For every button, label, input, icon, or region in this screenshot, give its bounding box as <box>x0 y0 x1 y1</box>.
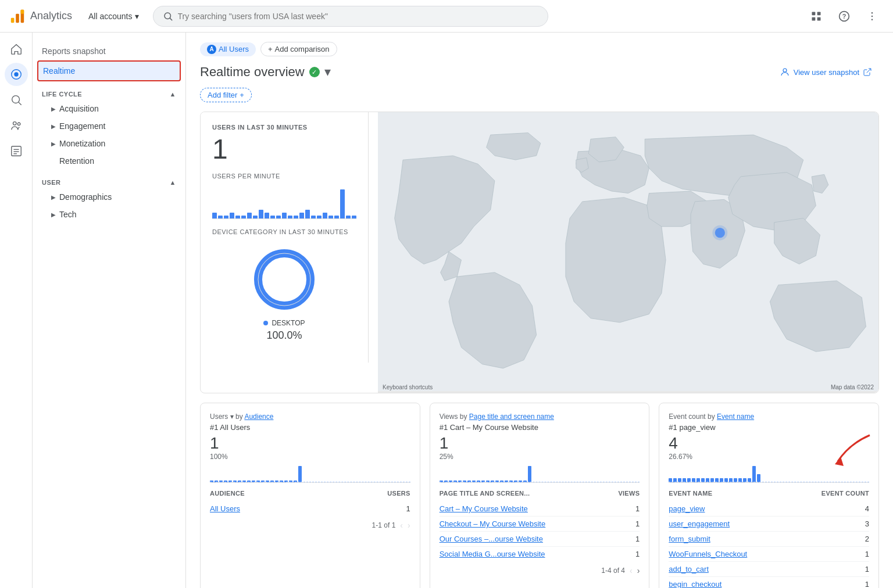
row-col2: 2 <box>865 535 869 543</box>
search-input[interactable] <box>178 12 538 21</box>
layout: Reports snapshot Realtime Life cycle ▲ ▶… <box>0 0 893 588</box>
view-snapshot-button[interactable]: View user snapshot <box>773 63 879 81</box>
card3-by-link[interactable]: Event name <box>717 413 754 421</box>
row-col1[interactable]: begin_checkout <box>669 580 721 588</box>
card2-prev-button[interactable]: ‹ <box>630 566 633 575</box>
svg-point-20 <box>17 123 20 126</box>
svg-rect-1 <box>16 13 19 22</box>
lifecycle-section-header: Life cycle ▲ <box>33 81 185 100</box>
reports-snapshot-link[interactable]: Reports snapshot <box>33 42 185 60</box>
grid-icon-button[interactable] <box>805 5 828 28</box>
sidebar-search-button[interactable] <box>5 88 28 112</box>
mini-bar-item <box>311 216 316 218</box>
table-row: Cart – My Course Website1 <box>440 501 640 517</box>
table-row: add_to_cart1 <box>669 562 869 577</box>
card3-number: 4 <box>669 434 869 453</box>
mini-bar-item <box>340 189 345 218</box>
card1-by-link[interactable]: Audience <box>244 413 273 421</box>
mini-bar-item <box>346 216 351 218</box>
mini-bar-item <box>259 210 263 218</box>
all-users-label: All Users <box>219 45 249 53</box>
mini-bar-item <box>282 213 287 218</box>
row-col1[interactable]: WooFunnels_Checkout <box>669 550 747 558</box>
card1-pagination: 1-1 of 1 ‹ › <box>210 521 410 530</box>
row-col1[interactable]: form_submit <box>669 535 710 543</box>
sidebar-home-button[interactable] <box>5 37 28 60</box>
chevron-down-icon: ▾ <box>135 12 139 21</box>
help-icon: ? <box>838 10 850 22</box>
external-link-icon <box>863 67 872 77</box>
svg-line-5 <box>170 18 172 20</box>
page-header: A All Users + Add comparison <box>200 42 879 56</box>
card2-next-button[interactable]: › <box>637 566 640 575</box>
row-col1[interactable]: All Users <box>210 504 240 513</box>
card2-baseline <box>440 482 640 482</box>
india-user-halo <box>712 225 727 241</box>
search-bar[interactable] <box>153 6 548 27</box>
retention-nav-item[interactable]: Retention <box>33 152 185 170</box>
add-comparison-button[interactable]: + Add comparison <box>260 42 337 56</box>
acquisition-nav-item[interactable]: ▶ Acquisition <box>33 100 185 117</box>
demographics-nav-item[interactable]: ▶ Demographics <box>33 188 185 206</box>
card2-by-link[interactable]: Page title and screen name <box>469 413 554 421</box>
title-dropdown-icon[interactable]: ▾ <box>324 64 331 80</box>
row-col2: 1 <box>865 580 869 588</box>
card2-mini-bar <box>440 465 640 483</box>
mini-bar-item <box>270 216 275 218</box>
sidebar-audience-button[interactable] <box>5 114 28 137</box>
svg-point-13 <box>871 15 873 17</box>
row-col1[interactable]: page_view <box>669 504 705 513</box>
table-row: All Users1 <box>210 501 410 516</box>
mini-bar-item <box>352 216 356 218</box>
user-collapse-icon[interactable]: ▲ <box>170 179 176 186</box>
card1-prev-button[interactable]: ‹ <box>400 521 403 530</box>
more-menu-button[interactable] <box>860 5 884 28</box>
table-row: Our Courses –...ourse Website1 <box>440 532 640 547</box>
row-col1[interactable]: Social Media G...ourse Website <box>440 550 545 558</box>
device-category-label: DEVICE CATEGORY IN LAST 30 MINUTES <box>212 228 356 235</box>
realtime-icon <box>10 68 23 81</box>
card3-table-header: EVENT NAME EVENT COUNT <box>669 487 869 499</box>
card2-table-header: PAGE TITLE AND SCREEN... VIEWS <box>440 487 640 499</box>
card2-number: 1 <box>440 434 640 453</box>
row-col2: 1 <box>635 504 640 513</box>
card1-next-button[interactable]: › <box>408 521 410 530</box>
add-filter-button[interactable]: Add filter + <box>200 88 252 102</box>
row-col1[interactable]: Checkout – My Course Website <box>440 519 546 528</box>
card2-table-body: Cart – My Course Website1Checkout – My C… <box>440 501 640 561</box>
account-selector[interactable]: All accounts ▾ <box>84 8 143 24</box>
all-users-badge[interactable]: A All Users <box>200 42 256 56</box>
topbar-actions: ? <box>805 5 884 28</box>
svg-line-18 <box>19 102 21 105</box>
tech-nav-item[interactable]: ▶ Tech <box>33 206 185 223</box>
svg-point-19 <box>13 122 16 126</box>
sidebar-realtime-button[interactable] <box>5 63 28 86</box>
monetization-nav-item[interactable]: ▶ Monetization <box>33 135 185 152</box>
audience-card: Users ▾ by Audience #1 All Users 1 100% … <box>200 403 420 588</box>
all-users-circle: A <box>207 45 216 54</box>
row-col2: 1 <box>865 565 869 573</box>
users-per-minute-label: USERS PER MINUTE <box>212 173 356 180</box>
sidebar-reports-button[interactable] <box>5 139 28 163</box>
lifecycle-collapse-icon[interactable]: ▲ <box>170 91 176 98</box>
engagement-nav-item[interactable]: ▶ Engagement <box>33 117 185 135</box>
row-col1[interactable]: user_engagement <box>669 519 730 528</box>
more-icon <box>866 10 878 22</box>
mini-bar-item <box>265 213 269 218</box>
row-col1[interactable]: Cart – My Course Website <box>440 504 528 513</box>
mini-bar-item <box>317 216 322 218</box>
table-row: form_submit2 <box>669 532 869 547</box>
card1-mini-bar <box>210 465 410 483</box>
mini-bar-item <box>328 216 333 218</box>
svg-point-27 <box>258 253 310 306</box>
row-col1[interactable]: Our Courses –...ourse Website <box>440 535 543 543</box>
row-col1[interactable]: add_to_cart <box>669 565 709 573</box>
svg-point-12 <box>871 12 873 13</box>
card1-baseline <box>210 482 410 482</box>
reports-icon <box>10 145 23 157</box>
legend-dot <box>263 321 268 325</box>
mini-bar-item <box>323 213 327 218</box>
realtime-nav-item[interactable]: Realtime <box>37 60 181 81</box>
help-icon-button[interactable]: ? <box>833 5 856 28</box>
table-row: WooFunnels_Checkout1 <box>669 547 869 562</box>
